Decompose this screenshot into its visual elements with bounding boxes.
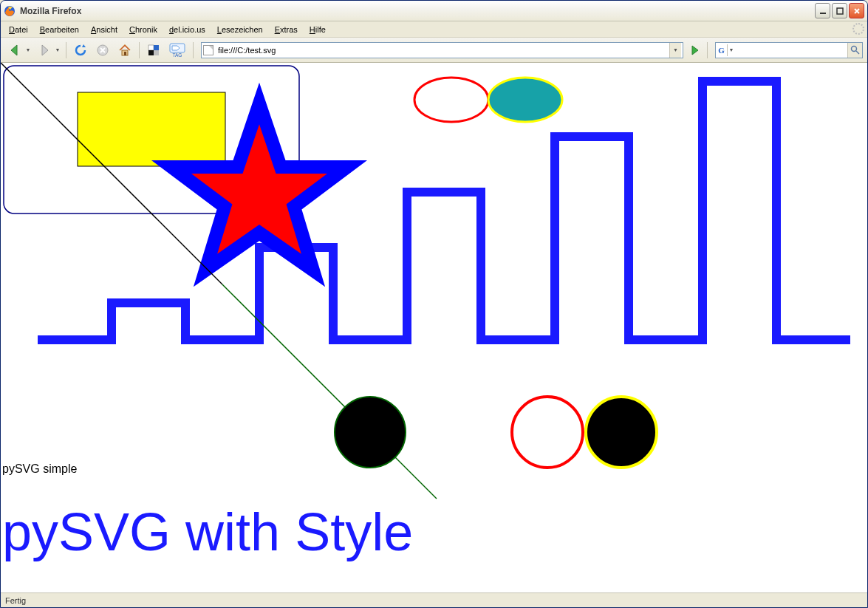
menu-view[interactable]: Ansicht: [86, 24, 123, 35]
menu-bar: Datei Bearbeiten Ansicht Chronik del.ici…: [1, 21, 867, 38]
menu-bookmarks[interactable]: Lesezeichen: [212, 24, 268, 35]
home-button[interactable]: [115, 41, 134, 60]
menu-file[interactable]: Datei: [4, 24, 33, 35]
reload-button[interactable]: [71, 41, 90, 60]
window-close-button[interactable]: [849, 3, 864, 18]
tag-button[interactable]: TAG: [166, 41, 188, 60]
address-dropdown[interactable]: ▼: [669, 43, 681, 58]
toolbar-separator: [193, 42, 194, 58]
svg-text-large: pySVG with Style: [2, 502, 413, 561]
menu-delicious[interactable]: del.icio.us: [164, 24, 211, 35]
search-engine-icon[interactable]: G: [716, 44, 728, 56]
circle-black-yellow: [586, 397, 657, 468]
menu-help[interactable]: Hilfe: [304, 24, 331, 35]
back-button[interactable]: [5, 41, 24, 60]
svg-rect-8: [148, 50, 154, 55]
ellipse-teal: [488, 78, 562, 122]
circle-outline-red: [512, 397, 583, 468]
search-engine-dropdown[interactable]: ▼: [728, 47, 735, 52]
svg-text:TAG: TAG: [173, 52, 182, 58]
firefox-icon: [4, 5, 16, 17]
stop-button[interactable]: [93, 41, 112, 60]
toolbar-separator: [66, 42, 66, 58]
svg-document: pySVG simple pySVG with Style: [1, 63, 867, 592]
svg-rect-5: [124, 52, 126, 55]
search-bar[interactable]: G ▼: [715, 42, 863, 58]
search-input[interactable]: [735, 44, 847, 57]
svg-rect-2: [837, 8, 843, 14]
svg-rect-6: [148, 45, 154, 50]
svg-text-small: pySVG simple: [2, 462, 77, 475]
back-dropdown[interactable]: ▼: [24, 41, 32, 60]
window-maximize-button[interactable]: [832, 3, 847, 18]
toolbar-separator: [707, 42, 708, 58]
ellipse-outline-red: [414, 78, 488, 122]
window-minimize-button[interactable]: [815, 3, 830, 18]
menu-edit[interactable]: Bearbeiten: [35, 24, 84, 35]
svg-rect-9: [154, 50, 159, 55]
forward-button[interactable]: [35, 41, 54, 60]
toolbar-separator: [139, 42, 140, 58]
svg-rect-7: [154, 45, 159, 50]
url-input[interactable]: [216, 44, 669, 57]
circle-black-green: [335, 397, 406, 468]
yellow-rect: [78, 92, 225, 166]
address-bar[interactable]: ▼: [201, 42, 683, 58]
forward-dropdown[interactable]: ▼: [54, 41, 61, 60]
svg-rect-1: [820, 13, 826, 14]
delicious-button[interactable]: [144, 41, 163, 60]
browser-content: pySVG simple pySVG with Style: [1, 63, 867, 592]
menu-history[interactable]: Chronik: [124, 24, 163, 35]
status-text: Fertig: [5, 596, 26, 605]
search-go-button[interactable]: [847, 43, 862, 58]
status-bar: Fertig: [1, 592, 867, 607]
window-title: Mozilla Firefox: [20, 6, 815, 16]
throbber-icon: [852, 23, 864, 35]
page-icon: [203, 45, 213, 55]
go-button[interactable]: [688, 43, 703, 58]
svg-point-12: [852, 47, 857, 52]
window-titlebar: Mozilla Firefox: [1, 1, 867, 21]
navigation-toolbar: ▼ ▼: [1, 38, 867, 63]
menu-extras[interactable]: Extras: [270, 24, 303, 35]
